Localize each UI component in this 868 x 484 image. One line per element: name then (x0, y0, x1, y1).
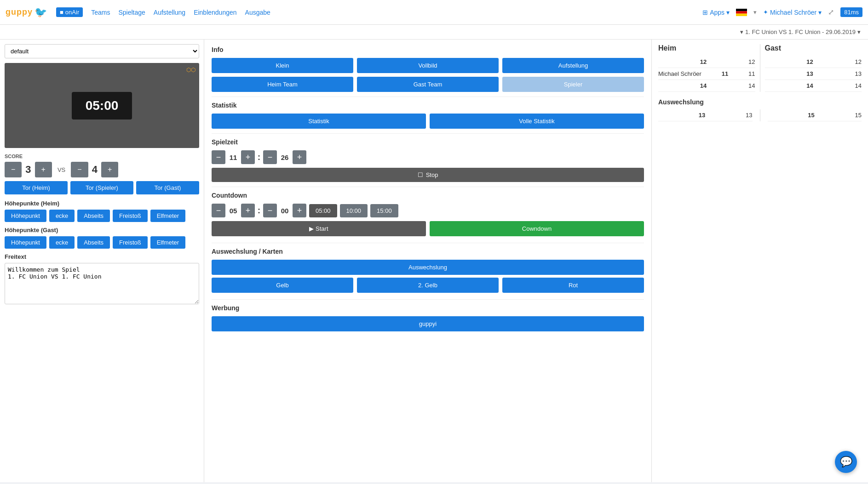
statistik-button[interactable]: Statistik (212, 114, 426, 129)
cowndown-button[interactable]: Cowndown (430, 221, 644, 236)
countdown-colon: : (258, 206, 260, 216)
hoehepunkte-heim-label: Höhepunkte (Heim) (5, 200, 199, 207)
center-panel: Info Klein Vollbild Aufstellung Heim Tea… (204, 40, 652, 482)
nav-onair[interactable]: ■ onAir (56, 7, 83, 17)
countdown-min-plus[interactable]: + (241, 204, 255, 217)
start-button[interactable]: ▶ Start (212, 221, 426, 236)
user-menu[interactable]: ✦ Michael Schröer ▾ (763, 9, 822, 16)
profile-dropdown[interactable]: default (5, 44, 199, 58)
gast-team-button[interactable]: Gast Team (357, 77, 499, 92)
heim-freistoss-btn[interactable]: Freistoß (113, 210, 148, 222)
heim-abseits-btn[interactable]: Abseits (77, 210, 110, 222)
tor-gast-button[interactable]: Tor (Gast) (136, 181, 199, 194)
gast-abseits-btn[interactable]: Abseits (77, 236, 110, 249)
heim-player-2-name: Michael Schröer (658, 70, 701, 77)
gast-player-3-num: 14 (806, 82, 813, 89)
gast-freistoss-btn[interactable]: Freistoß (113, 236, 148, 249)
spielzeit-min: 11 (228, 154, 238, 161)
vollbild-button[interactable]: Vollbild (357, 58, 499, 73)
chat-bubble-button[interactable]: 💬 (835, 451, 857, 473)
preset-15-button[interactable]: 15:00 (370, 204, 398, 217)
score-section: SCORE − 3 + VS − 4 + Tor (Heim) Tor (Spi… (5, 154, 199, 194)
gast-elfmeter-btn[interactable]: Elfmeter (150, 236, 185, 249)
spielzeit-min-plus[interactable]: + (241, 150, 255, 164)
spielzeit-sec-plus[interactable]: + (293, 150, 306, 164)
volle-statistik-button[interactable]: Volle Statistik (430, 114, 644, 129)
expand-icon[interactable]: ⤢ (828, 8, 834, 17)
auswechslung-divider (760, 109, 760, 121)
nav-links: ■ onAir Teams Spieltage Aufstellung Einb… (56, 7, 270, 17)
freitext-textarea[interactable]: Willkommen zum Spiel 1. FC Union VS 1. F… (5, 263, 199, 304)
guppyi-button[interactable]: guppyi (212, 316, 644, 331)
timer-display: 05:00 (72, 92, 132, 120)
stop-button[interactable]: ☐ Stop (212, 168, 644, 182)
gast-player-2-num2: 13 (855, 70, 862, 77)
heim-team-button[interactable]: Heim Team (212, 77, 353, 92)
user-avatar-icon: ✦ (763, 9, 768, 16)
auswechslung-karten-title: Auswechslung / Karten (212, 248, 644, 255)
info-btn-row2: Heim Team Gast Team Spieler (212, 77, 644, 92)
countdown-sec: 00 (280, 207, 290, 215)
nav-ausgabe[interactable]: Ausgabe (245, 9, 270, 16)
countdown-min-minus[interactable]: − (212, 204, 225, 217)
auswechslung-heim-1-num: 13 (699, 112, 705, 119)
werbung-title: Werbung (212, 304, 644, 312)
gast-player-3: 14 14 (765, 80, 862, 92)
gast-player-3-num2: 14 (855, 82, 862, 89)
freitext-section: Freitext Willkommen zum Spiel 1. FC Unio… (5, 253, 199, 306)
preset-10-button[interactable]: 10:00 (340, 204, 368, 217)
klein-button[interactable]: Klein (212, 58, 353, 73)
spielzeit-min-minus[interactable]: − (212, 150, 225, 164)
stop-checkbox-icon: ☐ (418, 171, 423, 178)
heim-player-2-num2: 11 (748, 70, 755, 77)
breadcrumb-chevron-right: ▾ (857, 28, 861, 35)
spieler-button[interactable]: Spieler (502, 77, 644, 92)
video-preview: 05:00 ⬡⬡ (5, 63, 199, 148)
score-label: SCORE (5, 154, 199, 159)
heim-elfmeter-btn[interactable]: Elfmeter (150, 210, 185, 222)
nav-aufstellung[interactable]: Aufstellung (154, 9, 185, 16)
tor-spieler-button[interactable]: Tor (Spieler) (70, 181, 133, 194)
nav-einblendungen[interactable]: Einblendungen (194, 9, 236, 16)
hoehepunkte-heim-buttons: Höhepunkt ecke Abseits Freistoß Elfmeter (5, 210, 199, 222)
vs-label: VS (57, 166, 65, 173)
gast-player-2-num: 13 (806, 70, 813, 77)
heim-ecke-btn[interactable]: ecke (49, 210, 75, 222)
rot-button[interactable]: Rot (502, 278, 644, 293)
topnav: guppy 🐦 ■ onAir Teams Spieltage Aufstell… (0, 0, 868, 25)
away-score: 4 (92, 164, 98, 176)
preset-05-button[interactable]: 05:00 (309, 204, 337, 217)
score-row: − 3 + VS − 4 + (5, 162, 199, 177)
gast-hoehepunkt-btn[interactable]: Höhepunkt (5, 236, 46, 249)
tor-heim-button[interactable]: Tor (Heim) (5, 181, 68, 194)
heim-player-1-num: 12 (700, 58, 707, 65)
nav-teams[interactable]: Teams (91, 9, 110, 16)
home-score-plus[interactable]: + (35, 162, 52, 177)
language-flag[interactable] (736, 9, 747, 16)
home-score-minus[interactable]: − (5, 162, 22, 177)
apps-button[interactable]: ⊞ Apps ▾ (702, 9, 730, 16)
heim-player-3-num: 14 (700, 82, 707, 89)
away-score-minus[interactable]: − (71, 162, 88, 177)
tor-row: Tor (Heim) Tor (Spieler) Tor (Gast) (5, 181, 199, 194)
auswechslung-main-button[interactable]: Auswechslung (212, 260, 644, 275)
aufstellung-button[interactable]: Aufstellung (502, 58, 644, 73)
gast-col: Gast 12 12 13 13 14 14 (765, 44, 862, 92)
away-score-plus[interactable]: + (101, 162, 118, 177)
countdown-min: 05 (228, 207, 238, 215)
countdown-sec-plus[interactable]: + (293, 204, 306, 217)
heim-player-1-num2: 12 (748, 58, 755, 65)
2gelb-button[interactable]: 2. Gelb (357, 278, 499, 293)
main-layout: default 05:00 ⬡⬡ SCORE − 3 + VS − 4 + To… (0, 40, 868, 482)
gast-ecke-btn[interactable]: ecke (49, 236, 75, 249)
chevron-flag-icon: ▾ (753, 9, 757, 16)
apps-chevron-icon: ▾ (726, 9, 730, 16)
spielzeit-sec-minus[interactable]: − (263, 150, 277, 164)
countdown-sec-minus[interactable]: − (263, 204, 277, 217)
nav-spieltage[interactable]: Spieltage (118, 9, 145, 16)
auswechslung-gast-col: 15 15 (768, 109, 862, 121)
svg-rect-0 (736, 9, 747, 11)
countdown-title: Countdown (212, 192, 644, 199)
gelb-button[interactable]: Gelb (212, 278, 353, 293)
heim-hoehepunkt-btn[interactable]: Höhepunkt (5, 210, 46, 222)
